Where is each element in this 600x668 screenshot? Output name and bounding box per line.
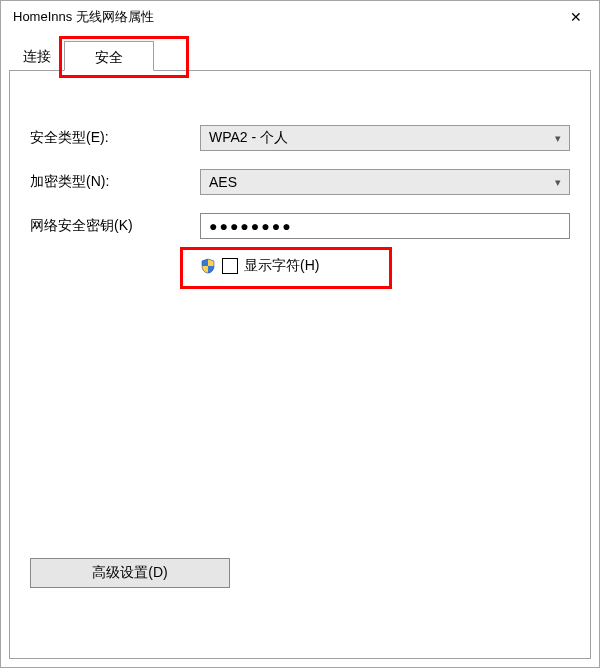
checkbox-show-characters[interactable] <box>222 258 238 274</box>
row-show-characters: 显示字符(H) <box>200 257 570 275</box>
label-show-characters: 显示字符(H) <box>244 257 319 275</box>
tab-connection-label: 连接 <box>23 48 51 64</box>
client-area: 连接 安全 安全类型(E): WPA2 - 个人 ▾ 加密类型(N): AES … <box>9 41 591 659</box>
tab-page-security: 安全类型(E): WPA2 - 个人 ▾ 加密类型(N): AES ▾ 网络安全… <box>9 70 591 659</box>
combo-encryption-type[interactable]: AES ▾ <box>200 169 570 195</box>
label-security-type: 安全类型(E): <box>30 129 200 147</box>
close-icon: ✕ <box>570 9 582 25</box>
tab-security-label: 安全 <box>95 49 123 65</box>
titlebar: HomeInns 无线网络属性 ✕ <box>1 1 599 33</box>
advanced-settings-button[interactable]: 高级设置(D) <box>30 558 230 588</box>
tab-strip: 连接 安全 <box>9 41 591 71</box>
tab-security[interactable]: 安全 <box>64 41 154 71</box>
chevron-down-icon: ▾ <box>555 132 561 145</box>
row-security-type: 安全类型(E): WPA2 - 个人 ▾ <box>30 125 570 151</box>
input-network-key-value: ●●●●●●●● <box>209 218 293 234</box>
chevron-down-icon: ▾ <box>555 176 561 189</box>
row-network-key: 网络安全密钥(K) ●●●●●●●● <box>30 213 570 239</box>
tab-connection[interactable]: 连接 <box>9 41 64 71</box>
advanced-settings-label: 高级设置(D) <box>92 564 167 582</box>
label-network-key: 网络安全密钥(K) <box>30 217 200 235</box>
uac-shield-icon <box>200 258 216 274</box>
input-network-key[interactable]: ●●●●●●●● <box>200 213 570 239</box>
close-button[interactable]: ✕ <box>553 1 599 33</box>
combo-security-type[interactable]: WPA2 - 个人 ▾ <box>200 125 570 151</box>
window-title: HomeInns 无线网络属性 <box>13 8 154 26</box>
label-encryption-type: 加密类型(N): <box>30 173 200 191</box>
combo-security-type-value: WPA2 - 个人 <box>209 129 288 147</box>
combo-encryption-type-value: AES <box>209 174 237 190</box>
window-root: HomeInns 无线网络属性 ✕ 连接 安全 安全类型(E): WPA2 - … <box>0 0 600 668</box>
row-encryption-type: 加密类型(N): AES ▾ <box>30 169 570 195</box>
